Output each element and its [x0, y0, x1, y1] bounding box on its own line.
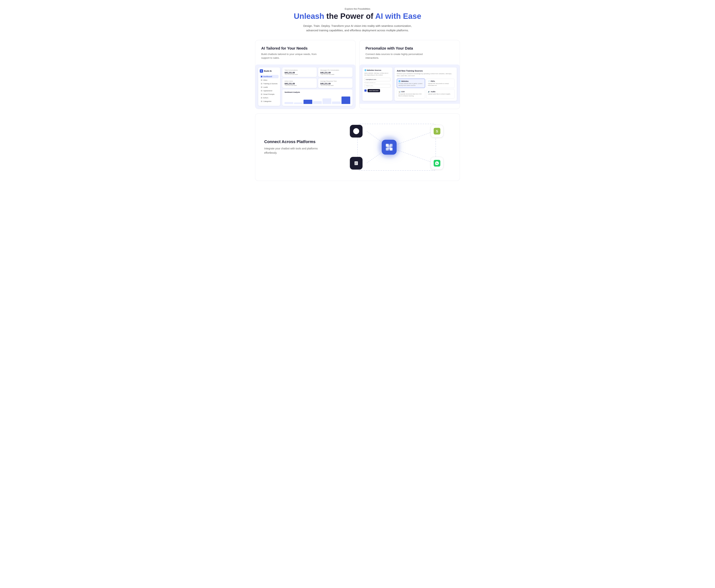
- chart-title: Sentiment Analysis: [284, 91, 350, 93]
- stat-messages-per-conv: Messages Per Conversation $45,231.89 +18…: [318, 67, 352, 77]
- bar-6: [332, 102, 341, 104]
- stat-label: Average Response Time: [321, 80, 350, 82]
- svg-rect-18: [355, 164, 356, 164]
- panel-desc: Enhance your assistant's knowledge by up…: [397, 73, 455, 77]
- source-card-desc: Upload audio files to extract insights.: [428, 93, 453, 95]
- provide-url-label: Provide website url: [364, 82, 390, 83]
- nav-smart-prompts[interactable]: Smart Prompts: [260, 92, 279, 96]
- card2-desc: Connect data sources to create highly pe…: [366, 52, 429, 60]
- card1-desc: Build chatbots tailored to your unique n…: [261, 52, 325, 60]
- platforms-visualization: W S: [327, 121, 451, 173]
- shopify-icon: S: [434, 128, 440, 134]
- card-ai-tailored: AI Tailored for Your Needs Build chatbot…: [255, 40, 355, 109]
- panel-title: Add New Training Sources: [397, 70, 455, 72]
- nav-dashboard[interactable]: Dashboard: [260, 75, 279, 78]
- stat-value: $45,231.89: [284, 71, 314, 74]
- nav-dot: [261, 97, 262, 99]
- card-personalize: Personalize with Your Data Connect data …: [360, 40, 460, 109]
- chart-bars: [284, 94, 350, 104]
- mock-logo: B Build Ai: [260, 69, 279, 73]
- card2-title: Personalize with Your Data: [366, 46, 454, 50]
- nav-label: Echo's: [263, 97, 268, 99]
- bar-3: [304, 100, 312, 104]
- dashboard-mockup: B Build Ai Dashboard Inbox Training & So…: [255, 64, 355, 109]
- nav-categories[interactable]: Categories: [260, 100, 279, 103]
- stat-avg-response: Average Response Time $45,231.89 +20.1% …: [318, 79, 352, 88]
- nav-dot: [261, 86, 262, 88]
- stats-row-1: Total Conversations $45,231.89 +20.1% fr…: [282, 67, 352, 77]
- add-selected-row: Add Selected: [364, 89, 390, 92]
- nav-echos[interactable]: Echo's: [260, 96, 279, 100]
- svg-text:W: W: [354, 129, 358, 133]
- logo-text: Build Ai: [264, 70, 272, 72]
- bar-2: [294, 103, 303, 104]
- card3-title: Connect Across Platforms: [264, 139, 320, 144]
- mock-main: Total Conversations $45,231.89 +20.1% fr…: [282, 67, 352, 106]
- nav-label: Leads: [263, 86, 268, 88]
- bottom-card-text: Connect Across Platforms Integrate your …: [264, 139, 320, 155]
- stat-active-users: Active Users $45,231.89 +19% from last w…: [282, 79, 317, 88]
- nav-dot: [261, 101, 262, 102]
- source-cards: 🌐 Websites Provide website links to gath…: [397, 79, 455, 99]
- cards-row: AI Tailored for Your Needs Build chatbot…: [255, 40, 460, 109]
- nav-appearance[interactable]: Appearance: [260, 89, 279, 92]
- nav-dot: [261, 93, 262, 95]
- nav-inbox[interactable]: Inbox: [260, 79, 279, 82]
- sources-panel: Add New Training Sources Enhance your as…: [394, 67, 457, 101]
- hero-title-part2: the Power of: [324, 12, 375, 21]
- bar-5: [323, 98, 331, 104]
- whatsapp-icon: [434, 160, 440, 167]
- source-card-websites[interactable]: 🌐 Websites Provide website links to gath…: [397, 79, 425, 88]
- stat-label: Total Conversations: [284, 69, 314, 71]
- mock-sidebar: B Build Ai Dashboard Inbox Training & So…: [258, 67, 280, 106]
- hub-svg: [385, 143, 393, 151]
- nav-label: Smart Prompts: [263, 93, 275, 95]
- node-wordpress: W: [350, 125, 363, 138]
- node-shopify: S: [431, 125, 443, 138]
- hub-icon: [382, 140, 397, 155]
- training-mockup: 🌐 Websites Sources Add a website, sitema…: [360, 64, 460, 104]
- stat-value: $45,231.89: [321, 83, 350, 85]
- mock-chart: Sentiment Analysis: [282, 89, 352, 106]
- checkbox-icon[interactable]: [364, 89, 367, 92]
- nav-training[interactable]: Training & Sources: [260, 82, 279, 85]
- source-card-desc: Upload PDF documents to extract informat…: [428, 83, 453, 86]
- filter-input-mock[interactable]: Filters Urls...: [364, 84, 390, 88]
- bar-4: [313, 101, 322, 104]
- hero-title-part3: AI with Ease: [375, 12, 421, 21]
- url-input-mock[interactable]: exampleurl.com: [364, 78, 390, 81]
- globe-icon: 🌐: [398, 80, 400, 82]
- hero-subtitle: Design. Train. Deploy. Transform your AI…: [302, 24, 413, 33]
- svg-text:S: S: [436, 129, 438, 133]
- source-card-desc: Incorporate structured data from CSV fil…: [398, 93, 424, 97]
- svg-rect-9: [387, 145, 391, 149]
- page-header: Explore the Possibilities Unleash the Po…: [4, 7, 711, 33]
- source-card-title: 📄 PDFs: [428, 80, 453, 82]
- left-panel: 🌐 Websites Sources Add a website, sitema…: [363, 67, 392, 101]
- nav-leads[interactable]: Leads: [260, 85, 279, 89]
- source-card-audio[interactable]: 🔊 Audio Upload audio files to extract in…: [426, 89, 455, 99]
- bar-7: [342, 97, 350, 104]
- source-card-title: 📊 CSV: [398, 91, 424, 92]
- hero-title: Unleash the Power of AI with Ease: [4, 12, 711, 21]
- csv-icon: 📊: [398, 91, 400, 92]
- logo-icon: B: [260, 69, 263, 73]
- node-document: [350, 157, 363, 170]
- nav-dot: [261, 79, 262, 81]
- source-card-pdfs[interactable]: 📄 PDFs Upload PDF documents to extract i…: [426, 79, 455, 88]
- source-card-csv[interactable]: 📊 CSV Incorporate structured data from C…: [397, 89, 425, 99]
- source-card-desc: Provide website links to gather content …: [398, 83, 424, 86]
- stat-label: Messages Per Conversation: [321, 69, 350, 71]
- stat-value: $45,231.89: [321, 71, 350, 74]
- stat-label: Active Users: [284, 80, 314, 82]
- stat-change: +180.1% from last week: [321, 74, 350, 75]
- stats-row-2: Active Users $45,231.89 +19% from last w…: [282, 79, 352, 88]
- stat-total-conversations: Total Conversations $45,231.89 +20.1% fr…: [282, 67, 317, 77]
- stat-value: $45,231.89: [284, 83, 314, 85]
- stat-change: +19% from last week: [284, 85, 314, 86]
- stat-change: +20.1% from last week: [321, 85, 350, 86]
- add-selected-btn[interactable]: Add Selected: [368, 89, 380, 92]
- ws-desc: Add a website, sitemap, or links one or …: [364, 72, 390, 76]
- nav-label: Categories: [263, 100, 272, 102]
- stat-change: +20.1% from last week: [284, 74, 314, 75]
